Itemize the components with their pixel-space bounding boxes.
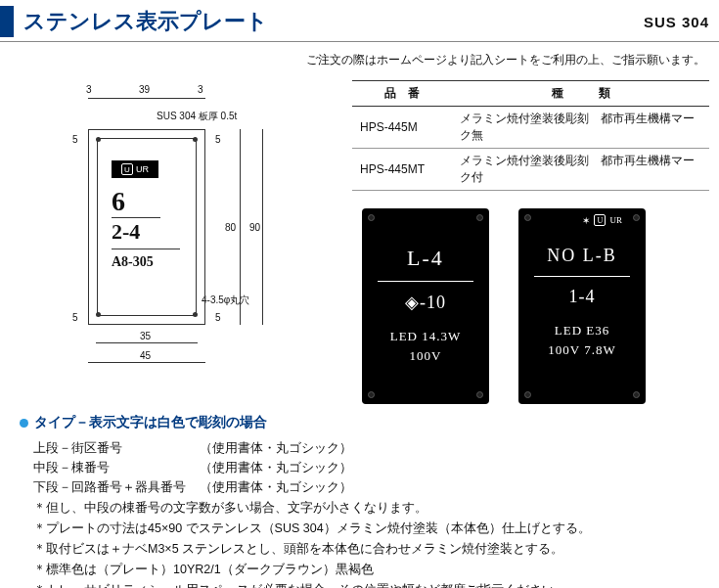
hole-icon (368, 214, 375, 221)
dim-35: 35 (140, 331, 151, 341)
dim-line-right-90 (262, 129, 263, 325)
sample-row3: LED 14.3W (370, 329, 481, 344)
dim-45: 45 (140, 350, 151, 361)
diagram-column: 3 39 3 SUS 304 板厚 0.5t 5 80 90 5 5 5 35 … (10, 80, 352, 404)
type-section: タイプ－表示文字は白色で彫刻の場合 上段－街区番号 （使用書体・丸ゴシック） 中… (0, 404, 719, 588)
order-note: ご注文の際はホームページより記入シートをご利用の上、ご指示願います。 (0, 52, 705, 68)
type-row-label: 下段－回路番号＋器具番号 (33, 478, 200, 496)
plate-line-top: 6 (112, 186, 125, 217)
type-heading: タイプ－表示文字は白色で彫刻の場合 (20, 414, 699, 431)
sample-row4: 100V 7.8W (526, 342, 638, 358)
type-heading-text: タイプ－表示文字は白色で彫刻の場合 (34, 414, 267, 431)
type-row-value: （使用書体・丸ゴシック） (200, 459, 352, 476)
type-row-label: 上段－街区番号 (33, 439, 200, 457)
right-column: 品 番 種 類 HPS-445M メラミン焼付塗装後彫刻 都市再生機構マーク無 … (352, 80, 709, 404)
table-row: HPS-445M メラミン焼付塗装後彫刻 都市再生機構マーク無 (352, 107, 709, 149)
plate-outline: U UR 6 2-4 A8-305 (88, 129, 205, 325)
sample-plates: L-4 ◈-10 LED 14.3W 100V ✶ U UR NO L-B 1-… (352, 208, 709, 404)
dim-3-left: 3 (86, 84, 92, 95)
hole-tr-icon (193, 137, 198, 142)
sample-divider (534, 276, 630, 277)
plate-divider-2 (112, 249, 180, 249)
hole-icon (476, 391, 483, 398)
hole-icon (476, 214, 483, 221)
hole-note: 4-3.5φ丸穴 (202, 294, 249, 307)
type-row-label: 中段－棟番号 (33, 459, 200, 476)
cell-code: HPS-445M (352, 107, 452, 149)
plate-line-bottom: A8-305 (112, 254, 154, 270)
plate-divider-1 (112, 217, 160, 218)
sample-row1: NO L-B (526, 246, 638, 266)
sample-row4: 100V (370, 348, 481, 364)
ur-text: UR (609, 215, 622, 225)
material-spec: SUS 304 (644, 14, 709, 30)
dim-5-tr: 5 (215, 134, 221, 145)
material-note: SUS 304 板厚 0.5t (157, 110, 237, 123)
hole-icon (633, 214, 640, 221)
ur-mark-icon: U (594, 214, 606, 226)
type-row: 上段－街区番号 （使用書体・丸ゴシック） (33, 439, 699, 457)
dim-line-right-80 (240, 129, 241, 325)
plate-diagram: 3 39 3 SUS 304 板厚 0.5t 5 80 90 5 5 5 35 … (29, 80, 342, 364)
sample-row3: LED E36 (526, 323, 638, 339)
dim-5-bl: 5 (72, 312, 78, 323)
th-type: 種 類 (452, 81, 709, 107)
plate-inner: U UR 6 2-4 A8-305 (97, 138, 197, 316)
hole-icon (524, 214, 531, 221)
header-accent-bar (0, 6, 14, 37)
type-row-value: （使用書体・丸ゴシック） (200, 439, 352, 457)
sample-divider (378, 281, 473, 282)
content-row: 3 39 3 SUS 304 板厚 0.5t 5 80 90 5 5 5 35 … (0, 80, 719, 404)
dim-5-tl: 5 (72, 134, 78, 145)
cell-code: HPS-445MT (352, 149, 452, 191)
product-table: 品 番 種 類 HPS-445M メラミン焼付塗装後彫刻 都市再生機構マーク無 … (352, 80, 709, 191)
type-note: ＊トレーサビリティシール用スペースが必要な場合、その位置や幅など都度ご指示くださ… (33, 582, 699, 588)
star-icon: ✶ (582, 215, 590, 226)
hole-bl-icon (96, 312, 101, 317)
dim-line-45 (88, 362, 205, 363)
dim-80: 80 (225, 222, 236, 233)
page-title: ステンレス表示プレート (23, 7, 268, 36)
sample-plate-left: L-4 ◈-10 LED 14.3W 100V (362, 208, 489, 404)
type-note: ＊標準色は（プレート）10YR2/1（ダークブラウン）黒褐色 (33, 562, 699, 578)
sample-row2: ◈-10 (370, 292, 481, 313)
cell-type: メラミン焼付塗装後彫刻 都市再生機構マーク無 (452, 107, 709, 149)
table-row: HPS-445MT メラミン焼付塗装後彫刻 都市再生機構マーク付 (352, 149, 709, 191)
type-note: ＊プレートの寸法は45×90 でステンレス（SUS 304）メラミン焼付塗装（本… (33, 520, 699, 537)
hole-icon (524, 391, 531, 398)
bullet-icon (20, 419, 28, 428)
plate-line-mid: 2-4 (112, 219, 140, 245)
ur-band-text: UR (136, 164, 149, 174)
ur-band: U UR (112, 160, 158, 178)
sample-plate-right: ✶ U UR NO L-B 1-4 LED E36 100V 7.8W (518, 208, 646, 404)
hole-br-icon (193, 312, 198, 317)
sample-row2: 1-4 (526, 287, 638, 307)
sample-row1: L-4 (370, 246, 481, 271)
th-code: 品 番 (352, 81, 452, 107)
hole-icon (633, 391, 640, 398)
hole-icon (368, 391, 375, 398)
dim-39: 39 (139, 84, 150, 95)
type-note: ＊但し、中段の棟番号の文字数が多い場合、文字が小さくなります。 (33, 500, 699, 517)
ur-logo: ✶ U UR (582, 214, 622, 226)
dim-line-top (88, 98, 205, 99)
dim-90: 90 (249, 222, 260, 233)
type-note: ＊取付ビスは＋ナベM3×5 ステンレスとし、頭部を本体色に合わせメラミン焼付塗装… (33, 541, 699, 558)
type-row-value: （使用書体・丸ゴシック） (200, 478, 352, 496)
hole-tl-icon (96, 137, 101, 142)
dim-line-35 (96, 342, 198, 343)
header-left: ステンレス表示プレート (0, 6, 268, 37)
type-row: 下段－回路番号＋器具番号 （使用書体・丸ゴシック） (33, 478, 699, 496)
cell-type: メラミン焼付塗装後彫刻 都市再生機構マーク付 (452, 149, 709, 191)
ur-mark-icon: U (121, 163, 133, 175)
dim-3-right: 3 (198, 84, 203, 95)
dim-5-br: 5 (215, 312, 221, 323)
page-header: ステンレス表示プレート SUS 304 (0, 0, 719, 42)
type-row: 中段－棟番号 （使用書体・丸ゴシック） (33, 459, 699, 476)
